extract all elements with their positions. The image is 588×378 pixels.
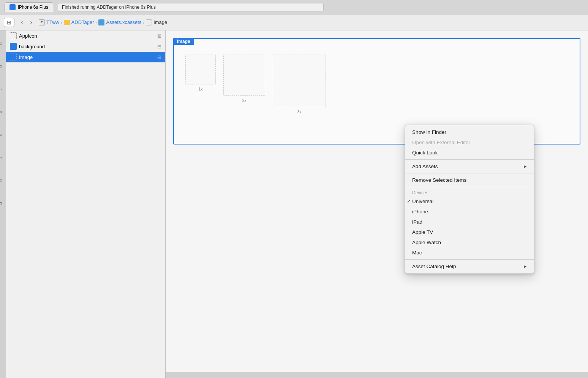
ipad-label: iPad (412, 219, 422, 225)
menu-apple-watch[interactable]: Apple Watch (405, 237, 534, 248)
menu-quick-look[interactable]: Quick Look (405, 148, 534, 158)
asset-catalog-help-arrow: ▶ (524, 264, 527, 268)
slot-2x[interactable] (223, 54, 265, 96)
breadcrumb-addtager[interactable]: ADDTager (64, 19, 94, 25)
slot-1x[interactable] (185, 54, 216, 84)
bottom-ruler (166, 372, 588, 378)
add-assets-arrow: ▶ (524, 164, 527, 168)
device-tab-label: iPhone 6s Plus (18, 5, 48, 10)
breadcrumb-image: Image (146, 19, 167, 25)
menu-sep-4 (405, 259, 534, 260)
ruler-marks: M M + M M + M M (0, 30, 6, 215)
menu-add-assets[interactable]: Add Assets ▶ (405, 161, 534, 172)
ruler-mark: M (0, 101, 6, 124)
back-button[interactable]: ‹ (17, 18, 27, 27)
breadcrumb-sep-3: › (143, 20, 144, 25)
ruler-mark: M (0, 192, 6, 215)
apple-watch-label: Apple Watch (412, 240, 441, 245)
menu-apple-tv[interactable]: Apple TV (405, 227, 534, 237)
menu-asset-catalog-help[interactable]: Asset Catalog Help ▶ (405, 261, 534, 272)
apple-tv-label: Apple TV (412, 229, 433, 235)
menu-open-external: Open with External Editor (405, 137, 534, 148)
assets-icon (98, 19, 104, 25)
menu-ipad[interactable]: iPad (405, 217, 534, 227)
nav-buttons: ‹ › (17, 18, 36, 27)
menu-sep-2 (405, 173, 534, 173)
image-badge: ⊟ (157, 54, 161, 60)
forward-button[interactable]: › (27, 18, 36, 27)
image-crumb-icon (146, 19, 152, 25)
ruler-mark: + (0, 78, 6, 101)
quick-look-label: Quick Look (412, 150, 438, 156)
image-editor-tab: Image (173, 38, 194, 45)
sidebar: AppIcon ⊠ background ⊟ Image ⊟ (6, 30, 166, 378)
show-in-finder-label: Show in Finder (412, 129, 446, 135)
left-ruler: M M + M M + M M (0, 30, 6, 378)
breadcrumb-ttww-label: TTww (46, 19, 59, 25)
status-bar: Finished running ADDTager on iPhone 6s P… (58, 3, 324, 11)
sidebar-item-background-label: background (19, 44, 45, 49)
menu-sep-3 (405, 187, 534, 187)
grid-button[interactable]: ⊞ (4, 18, 14, 27)
breadcrumb-image-label: Image (153, 19, 167, 25)
image-slots: 1x 2x 3x (178, 50, 576, 118)
ruler-mark: M (0, 32, 6, 55)
open-external-label: Open with External Editor (412, 140, 470, 145)
breadcrumb-ttww[interactable]: T TTww (39, 19, 59, 25)
appicon-badge: ⊠ (157, 33, 161, 39)
content-area: Image 1x 2x 3x Show in Finde (166, 30, 588, 378)
breadcrumb-assets-label: Assets.xcassets (106, 19, 141, 25)
menu-devices-label: Devices (405, 189, 534, 196)
breadcrumb: T TTww › ADDTager › Assets.xcassets › Im… (39, 19, 167, 25)
menu-remove-selected[interactable]: Remove Selected Items (405, 175, 534, 185)
remove-selected-label: Remove Selected Items (412, 177, 466, 183)
background-icon (10, 43, 17, 50)
sidebar-item-appicon[interactable]: AppIcon ⊠ (6, 30, 165, 41)
ruler-mark: M (0, 169, 6, 192)
slot-3x[interactable] (273, 54, 326, 107)
universal-label: Universal (412, 199, 433, 204)
menu-iphone[interactable]: iPhone (405, 206, 534, 217)
slot-group-2x: 2x (223, 54, 265, 103)
toolbar: ⊞ ‹ › T TTww › ADDTager › Assets.xcasset… (0, 14, 588, 30)
device-icon (9, 4, 16, 10)
sidebar-item-appicon-label: AppIcon (19, 33, 37, 39)
slot-group-3x: 3x (273, 54, 326, 114)
ruler-mark: M (0, 124, 6, 146)
title-bar: iPhone 6s Plus Finished running ADDTager… (0, 0, 588, 14)
asset-catalog-help-label: Asset Catalog Help (412, 264, 456, 269)
breadcrumb-addtager-label: ADDTager (71, 19, 94, 25)
add-assets-label: Add Assets (412, 164, 438, 169)
appicon-icon (10, 32, 17, 39)
context-menu: Show in Finder Open with External Editor… (405, 125, 534, 274)
ruler-mark: + (0, 146, 6, 169)
slot-2x-label: 2x (223, 98, 265, 103)
image-icon (10, 54, 17, 60)
mac-label: Mac (412, 250, 422, 256)
menu-universal[interactable]: Universal (405, 196, 534, 206)
background-badge: ⊟ (157, 44, 161, 49)
main-layout: M M + M M + M M AppIcon ⊠ background ⊟ I… (0, 30, 588, 378)
ttww-icon: T (39, 19, 45, 25)
breadcrumb-sep-2: › (96, 20, 97, 25)
breadcrumb-assets[interactable]: Assets.xcassets (98, 19, 141, 25)
sidebar-item-background[interactable]: background ⊟ (6, 41, 165, 52)
slot-3x-label: 3x (273, 110, 326, 114)
sidebar-item-image-label: Image (19, 54, 33, 60)
folder-icon (64, 20, 70, 25)
menu-sep-1 (405, 159, 534, 160)
iphone-label: iPhone (412, 209, 428, 214)
device-tab[interactable]: iPhone 6s Plus (5, 2, 53, 12)
menu-mac[interactable]: Mac (405, 248, 534, 258)
sidebar-item-image[interactable]: Image ⊟ (6, 52, 165, 62)
breadcrumb-sep-1: › (61, 20, 62, 25)
ruler-mark: M (0, 55, 6, 78)
slot-1x-label: 1x (185, 87, 216, 91)
menu-show-in-finder[interactable]: Show in Finder (405, 127, 534, 137)
slot-group-1x: 1x (185, 54, 216, 91)
